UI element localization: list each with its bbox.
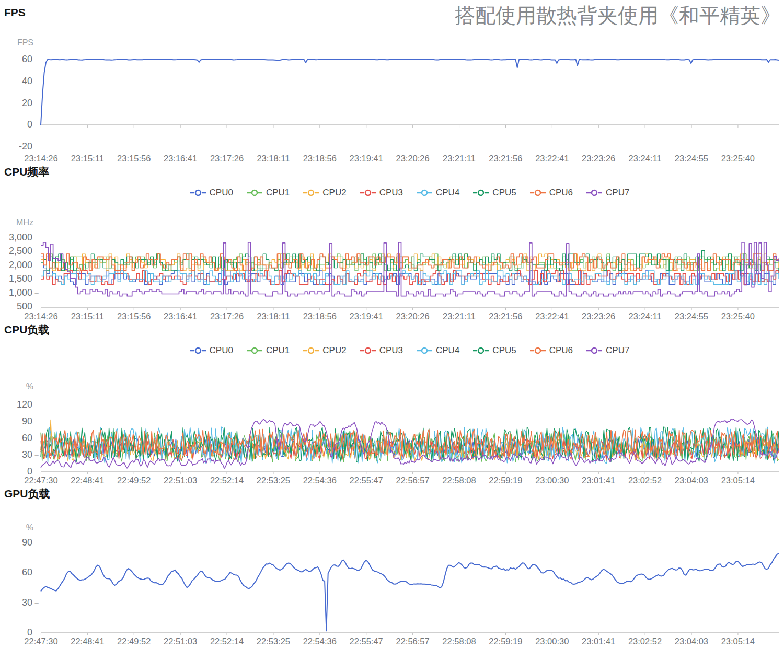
- legend-ring-icon: [530, 189, 546, 197]
- fps-plot: [41, 51, 779, 150]
- legend-ring-icon: [190, 189, 206, 197]
- legend-ring-icon: [473, 189, 489, 197]
- legend-item-cpu4[interactable]: CPU4: [417, 188, 459, 198]
- fps-y-tick-label: 60: [0, 54, 41, 65]
- legend-item-cpu3[interactable]: CPU3: [360, 188, 403, 198]
- fps-series-fps: [41, 60, 779, 125]
- legend-item-cpu6[interactable]: CPU6: [530, 345, 573, 356]
- freq-y-tick-label: 3,000–: [0, 231, 41, 243]
- x-axis-label: 23:01:41: [575, 476, 622, 485]
- freq-series-cpu3: [41, 271, 779, 285]
- legend-label: CPU7: [606, 188, 629, 198]
- legend-ring-icon: [586, 189, 602, 197]
- legend-ring-icon: [190, 346, 206, 355]
- freq-y-tick-label: 1,500: [0, 273, 41, 285]
- x-axis-label: 23:21:56: [482, 311, 529, 321]
- load-x-axis: 22:47:3022:48:4122:49:5222:51:0322:52:14…: [18, 475, 784, 486]
- fps-unit-label: FPS: [0, 38, 33, 48]
- watermark-title: 搭配使用散热背夹使用《和平精英》: [455, 4, 782, 28]
- load-y-tick-label: 90–: [0, 415, 41, 427]
- legend-item-cpu5[interactable]: CPU5: [473, 188, 516, 198]
- legend-item-cpu4[interactable]: CPU4: [417, 345, 459, 356]
- legend-ring-icon: [360, 346, 376, 355]
- x-axis-label: 23:14:26: [18, 154, 64, 164]
- x-axis-label: 23:15:11: [64, 154, 111, 164]
- x-axis-label: 22:55:47: [343, 476, 389, 485]
- x-axis-label: 22:58:08: [436, 476, 482, 485]
- x-axis-label: 23:21:11: [436, 154, 482, 164]
- legend-item-cpu0[interactable]: CPU0: [190, 345, 233, 356]
- legend-item-cpu3[interactable]: CPU3: [360, 345, 403, 356]
- x-axis-label: 23:20:26: [389, 311, 436, 321]
- legend-ring-icon: [417, 346, 432, 355]
- gpu-x-axis: 22:47:3022:48:4122:49:5222:51:0322:52:14…: [18, 636, 784, 647]
- x-axis-label: 22:59:19: [482, 636, 529, 646]
- x-axis-label: 23:18:56: [296, 154, 343, 164]
- x-axis-label: 23:14:26: [18, 311, 64, 321]
- x-axis-label: 23:01:41: [575, 636, 622, 646]
- x-axis-label: 22:52:14: [204, 476, 250, 485]
- fps-y-tick-label: 0: [0, 119, 41, 131]
- x-axis-label: 22:49:52: [111, 476, 157, 485]
- legend-label: CPU5: [492, 188, 516, 198]
- legend-item-cpu7[interactable]: CPU7: [586, 188, 629, 198]
- fps-y-tick-label: 40: [0, 75, 41, 87]
- x-axis-label: 22:56:57: [389, 636, 436, 646]
- x-axis-label: 23:24:55: [668, 154, 714, 164]
- load-y-tick-label: 30–: [0, 449, 41, 461]
- legend-ring-icon: [360, 189, 376, 197]
- x-axis-label: 22:54:36: [296, 476, 343, 485]
- x-axis-label: 23:22:41: [529, 311, 575, 321]
- freq-y-tick-label: 2,000: [0, 259, 41, 271]
- x-axis-label: 23:15:11: [64, 311, 111, 321]
- x-axis-label: 23:00:30: [529, 636, 575, 646]
- legend-item-cpu1[interactable]: CPU1: [247, 345, 290, 356]
- legend-ring-icon: [417, 189, 432, 197]
- x-axis-label: 23:24:11: [622, 154, 668, 164]
- x-axis-label: 23:15:56: [111, 154, 157, 164]
- legend-label: CPU3: [379, 188, 403, 198]
- freq-y-tick-label: 500: [0, 301, 41, 312]
- gpu-y-tick-label: 90–: [0, 537, 41, 548]
- freq-y-tick-label: 1,000–: [0, 287, 41, 298]
- gpu-series-gpu: [41, 553, 779, 631]
- legend-ring-icon: [586, 346, 602, 355]
- x-axis-label: 23:18:11: [250, 311, 296, 321]
- load-y-tick-label: 60: [0, 432, 41, 444]
- x-axis-label: 23:19:41: [343, 154, 389, 164]
- x-axis-label: 23:05:14: [714, 636, 761, 646]
- legend-ring-icon: [303, 346, 319, 355]
- load-chart: %120–90–6030–022:47:3022:48:4122:49:5222…: [0, 382, 784, 486]
- legend-label: CPU7: [606, 345, 629, 356]
- charts-container: FPS6040200-20–23:14:2623:15:1123:15:5623…: [0, 38, 784, 647]
- legend-label: CPU3: [379, 345, 403, 356]
- x-axis-label: 22:54:36: [296, 636, 343, 646]
- legend-label: CPU1: [266, 188, 290, 198]
- legend-ring-icon: [473, 346, 489, 355]
- x-axis-label: 22:55:47: [343, 636, 389, 646]
- legend-item-cpu0[interactable]: CPU0: [190, 188, 233, 198]
- fps-section-title: FPS: [4, 4, 26, 19]
- load-y-tick-label: 0: [0, 466, 41, 478]
- freq-chart: MHz3,000–2,5002,0001,5001,000–50023:14:2…: [0, 218, 784, 322]
- x-axis-label: 22:56:57: [389, 476, 436, 485]
- load-plot: [41, 395, 779, 472]
- gpu-y-tick-label: 60: [0, 567, 41, 578]
- x-axis-label: 22:52:14: [204, 636, 250, 646]
- legend-item-cpu2[interactable]: CPU2: [303, 188, 346, 198]
- gpu-y-tick-label: 0: [0, 627, 41, 639]
- x-axis-label: 22:51:03: [157, 636, 204, 646]
- x-axis-label: 22:49:52: [111, 636, 157, 646]
- legend-item-cpu5[interactable]: CPU5: [473, 345, 516, 356]
- gpu-y-tick-label: 30–: [0, 597, 41, 608]
- freq-y-tick-label: 2,500: [0, 246, 41, 257]
- legend-item-cpu6[interactable]: CPU6: [530, 188, 573, 198]
- legend-label: CPU4: [436, 188, 459, 198]
- x-axis-label: 23:21:11: [436, 311, 482, 321]
- legend-item-cpu1[interactable]: CPU1: [247, 188, 290, 198]
- x-axis-label: 23:24:55: [668, 311, 714, 321]
- freq-x-axis: 23:14:2623:15:1123:15:5623:16:4123:17:26…: [18, 311, 784, 322]
- x-axis-label: 22:59:19: [482, 476, 529, 485]
- legend-item-cpu7[interactable]: CPU7: [586, 345, 629, 356]
- legend-item-cpu2[interactable]: CPU2: [303, 345, 346, 356]
